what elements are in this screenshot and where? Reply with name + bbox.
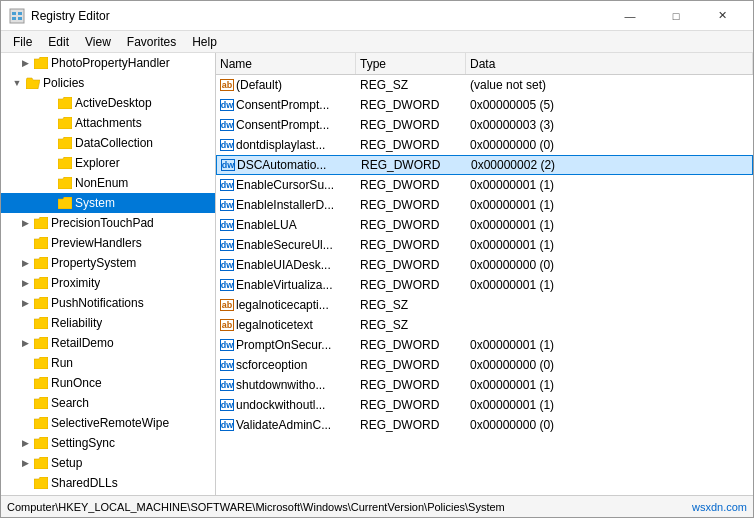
table-row[interactable]: dw EnableSecureUl... REG_DWORD 0x0000000… — [216, 235, 753, 255]
menu-edit[interactable]: Edit — [40, 33, 77, 51]
table-row[interactable]: ab legalnoticecapti... REG_SZ — [216, 295, 753, 315]
window-title: Registry Editor — [31, 9, 110, 23]
tree-item-pushnotifications[interactable]: ▶ PushNotifications — [1, 293, 215, 313]
expand-spacer: ▶ — [41, 153, 57, 173]
td-data: 0x00000001 (1) — [466, 238, 753, 252]
expand-icon[interactable]: ▶ — [17, 273, 33, 293]
tree-item-explorer[interactable]: ▶ Explorer — [1, 153, 215, 173]
table-row[interactable]: dw ConsentPrompt... REG_DWORD 0x00000005… — [216, 95, 753, 115]
td-type: REG_DWORD — [356, 378, 466, 392]
td-data: 0x00000001 (1) — [466, 398, 753, 412]
table-row[interactable]: dw ValidateAdminC... REG_DWORD 0x0000000… — [216, 415, 753, 435]
column-header-type[interactable]: Type — [356, 53, 466, 74]
tree-item-photoprophandler[interactable]: ▶ PhotoPropertyHandler — [1, 53, 215, 73]
maximize-button[interactable]: □ — [653, 1, 699, 31]
table-row[interactable]: dw EnableLUA REG_DWORD 0x00000001 (1) — [216, 215, 753, 235]
folder-icon — [57, 195, 73, 211]
menu-view[interactable]: View — [77, 33, 119, 51]
td-name: ab (Default) — [216, 78, 356, 92]
expand-icon[interactable]: ▶ — [17, 333, 33, 353]
close-button[interactable]: ✕ — [699, 1, 745, 31]
tree-item-policies[interactable]: ▼ Policies — [1, 73, 215, 93]
menu-file[interactable]: File — [5, 33, 40, 51]
tree-item-proximity[interactable]: ▶ Proximity — [1, 273, 215, 293]
tree-item-precisiontouchpad[interactable]: ▶ PrecisionTouchPad — [1, 213, 215, 233]
expand-icon[interactable]: ▼ — [9, 73, 25, 93]
tree-item-nonenum[interactable]: ▶ NonEnum — [1, 173, 215, 193]
tree-item-search[interactable]: ▶ Search — [1, 393, 215, 413]
expand-icon[interactable]: ▶ — [17, 433, 33, 453]
expand-icon[interactable]: ▶ — [17, 53, 33, 73]
folder-icon — [57, 115, 73, 131]
table-row[interactable]: dw ConsentPrompt... REG_DWORD 0x00000003… — [216, 115, 753, 135]
table-row[interactable]: dw EnableUIADesk... REG_DWORD 0x00000000… — [216, 255, 753, 275]
expand-spacer: ▶ — [17, 373, 33, 393]
column-header-data[interactable]: Data — [466, 53, 753, 74]
folder-icon — [33, 255, 49, 271]
minimize-button[interactable]: — — [607, 1, 653, 31]
tree-item-runonce[interactable]: ▶ RunOnce — [1, 373, 215, 393]
registry-table-body[interactable]: ab (Default) REG_SZ (value not set) dw C… — [216, 75, 753, 495]
table-row[interactable]: dw shutdownwitho... REG_DWORD 0x00000001… — [216, 375, 753, 395]
menu-help[interactable]: Help — [184, 33, 225, 51]
td-type: REG_DWORD — [356, 278, 466, 292]
svg-rect-3 — [18, 12, 22, 15]
td-name: dw DSCAutomatio... — [217, 158, 357, 172]
value-name: EnableUIADesk... — [236, 258, 331, 272]
td-data: 0x00000001 (1) — [466, 378, 753, 392]
tree-item-system[interactable]: ▶ System — [1, 193, 215, 213]
tree-item-setup[interactable]: ▶ Setup — [1, 453, 215, 473]
expand-spacer: ▶ — [17, 393, 33, 413]
expand-icon[interactable]: ▶ — [17, 213, 33, 233]
status-bar: Computer\HKEY_LOCAL_MACHINE\SOFTWARE\Mic… — [1, 495, 753, 517]
table-row[interactable]: dw scforceoption REG_DWORD 0x00000000 (0… — [216, 355, 753, 375]
table-row[interactable]: dw DSCAutomatio... REG_DWORD 0x00000002 … — [216, 155, 753, 175]
td-data: 0x00000002 (2) — [467, 158, 752, 172]
reg-value-icon: dw — [220, 339, 234, 351]
td-type: REG_SZ — [356, 298, 466, 312]
tree-item-attachments[interactable]: ▶ Attachments — [1, 113, 215, 133]
tree-item-datacollection[interactable]: ▶ DataCollection — [1, 133, 215, 153]
column-header-name[interactable]: Name — [216, 53, 356, 74]
expand-icon[interactable]: ▶ — [17, 253, 33, 273]
table-row[interactable]: dw EnableInstallerD... REG_DWORD 0x00000… — [216, 195, 753, 215]
td-name: ab legalnoticetext — [216, 318, 356, 332]
folder-icon — [33, 275, 49, 291]
value-name: EnableInstallerD... — [236, 198, 334, 212]
tree-item-selectiveremotewipe[interactable]: ▶ SelectiveRemoteWipe — [1, 413, 215, 433]
folder-icon — [33, 355, 49, 371]
folder-icon — [57, 175, 73, 191]
tree-item-settingsync[interactable]: ▶ SettingSync — [1, 433, 215, 453]
table-row[interactable]: dw EnableVirtualiza... REG_DWORD 0x00000… — [216, 275, 753, 295]
expand-icon[interactable]: ▶ — [17, 453, 33, 473]
td-type: REG_DWORD — [356, 258, 466, 272]
table-row[interactable]: ab legalnoticetext REG_SZ — [216, 315, 753, 335]
tree-item-shareddlls[interactable]: ▶ SharedDLLs — [1, 473, 215, 493]
expand-spacer: ▶ — [17, 473, 33, 493]
table-row[interactable]: ab (Default) REG_SZ (value not set) — [216, 75, 753, 95]
value-name: EnableVirtualiza... — [236, 278, 333, 292]
registry-content: Name Type Data ab (Default) REG_SZ (valu… — [216, 53, 753, 495]
tree-item-run[interactable]: ▶ Run — [1, 353, 215, 373]
tree-item-propertysystem[interactable]: ▶ PropertySystem — [1, 253, 215, 273]
td-type: REG_DWORD — [356, 418, 466, 432]
td-type: REG_DWORD — [356, 178, 466, 192]
value-name: ValidateAdminC... — [236, 418, 331, 432]
registry-tree[interactable]: ▶ PhotoPropertyHandler ▼ Policies ▶ — [1, 53, 216, 495]
td-name: dw undockwithoutl... — [216, 398, 356, 412]
table-row[interactable]: dw dontdisplaylast... REG_DWORD 0x000000… — [216, 135, 753, 155]
td-type: REG_DWORD — [356, 98, 466, 112]
tree-item-reliability[interactable]: ▶ Reliability — [1, 313, 215, 333]
tree-item-retaildemo[interactable]: ▶ RetailDemo — [1, 333, 215, 353]
value-name: EnableSecureUl... — [236, 238, 333, 252]
tree-item-activedesktop[interactable]: ▶ ActiveDesktop — [1, 93, 215, 113]
tree-label: Reliability — [51, 316, 102, 330]
expand-icon[interactable]: ▶ — [17, 293, 33, 313]
table-row[interactable]: dw EnableCursorSu... REG_DWORD 0x0000000… — [216, 175, 753, 195]
tree-item-previewhandlers[interactable]: ▶ PreviewHandlers — [1, 233, 215, 253]
td-type: REG_DWORD — [356, 338, 466, 352]
menu-favorites[interactable]: Favorites — [119, 33, 184, 51]
table-row[interactable]: dw undockwithoutl... REG_DWORD 0x0000000… — [216, 395, 753, 415]
table-row[interactable]: dw PromptOnSecur... REG_DWORD 0x00000001… — [216, 335, 753, 355]
td-name: dw scforceoption — [216, 358, 356, 372]
